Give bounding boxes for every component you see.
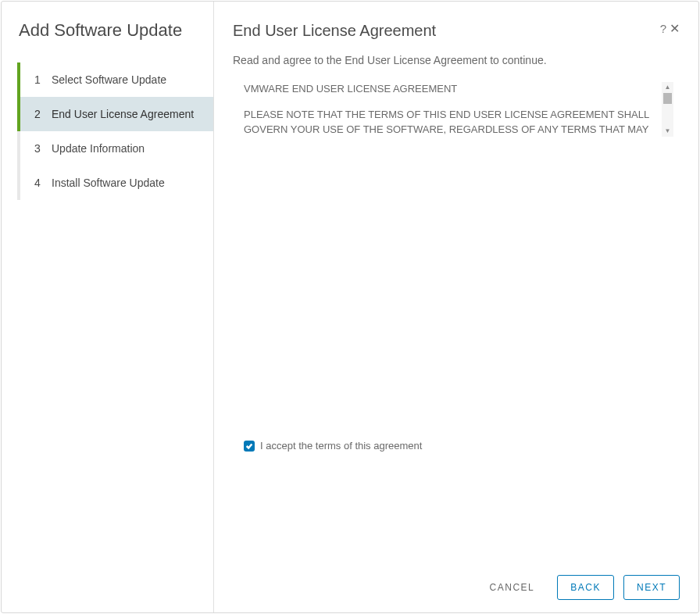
scroll-down-icon[interactable]: ▼	[662, 126, 673, 137]
step-number: 1	[34, 73, 41, 86]
wizard-footer: CANCEL BACK NEXT	[233, 569, 680, 600]
step-eula[interactable]: 2 End User License Agreement	[17, 97, 213, 131]
scroll-up-icon[interactable]: ▲	[662, 82, 673, 93]
step-number: 3	[34, 142, 41, 155]
scroll-thumb[interactable]	[663, 93, 672, 104]
step-select-software-update[interactable]: 1 Select Software Update	[17, 62, 213, 97]
eula-body: PLEASE NOTE THAT THE TERMS OF THIS END U…	[244, 108, 659, 137]
step-number: 2	[34, 108, 41, 120]
step-install-software-update: 4 Install Software Update	[17, 166, 213, 200]
spacer	[233, 137, 680, 440]
step-label: End User License Agreement	[52, 108, 194, 120]
wizard-main: End User License Agreement ? ✕ Read and …	[214, 2, 698, 612]
accept-checkbox[interactable]	[244, 441, 255, 452]
eula-text[interactable]: VMWARE END USER LICENSE AGREEMENT PLEASE…	[244, 82, 673, 137]
accept-label: I accept the terms of this agreement	[260, 440, 422, 452]
wizard-dialog: Add Software Update 1 Select Software Up…	[1, 1, 699, 613]
page-title: End User License Agreement	[233, 22, 436, 40]
eula-container: VMWARE END USER LICENSE AGREEMENT PLEASE…	[244, 82, 673, 137]
step-label: Select Software Update	[52, 73, 166, 86]
checkmark-icon	[245, 442, 253, 450]
page-subtitle: Read and agree to the End User License A…	[233, 54, 680, 66]
cancel-button[interactable]: CANCEL	[477, 575, 548, 600]
step-label: Update Information	[52, 142, 145, 155]
wizard-steps: 1 Select Software Update 2 End User Lice…	[2, 62, 213, 200]
page-header: End User License Agreement ? ✕	[233, 22, 680, 40]
back-button[interactable]: BACK	[557, 575, 614, 600]
accept-row: I accept the terms of this agreement	[244, 440, 680, 452]
help-icon[interactable]: ?	[660, 22, 666, 35]
close-icon[interactable]: ✕	[670, 23, 680, 35]
scrollbar[interactable]: ▲ ▼	[662, 82, 673, 137]
eula-heading: VMWARE END USER LICENSE AGREEMENT	[244, 82, 659, 97]
step-update-information: 3 Update Information	[17, 131, 213, 166]
step-label: Install Software Update	[52, 177, 165, 189]
header-actions: ? ✕	[660, 22, 680, 35]
wizard-title: Add Software Update	[2, 20, 213, 62]
next-button[interactable]: NEXT	[623, 575, 680, 600]
wizard-sidebar: Add Software Update 1 Select Software Up…	[2, 2, 214, 612]
step-number: 4	[34, 177, 41, 189]
